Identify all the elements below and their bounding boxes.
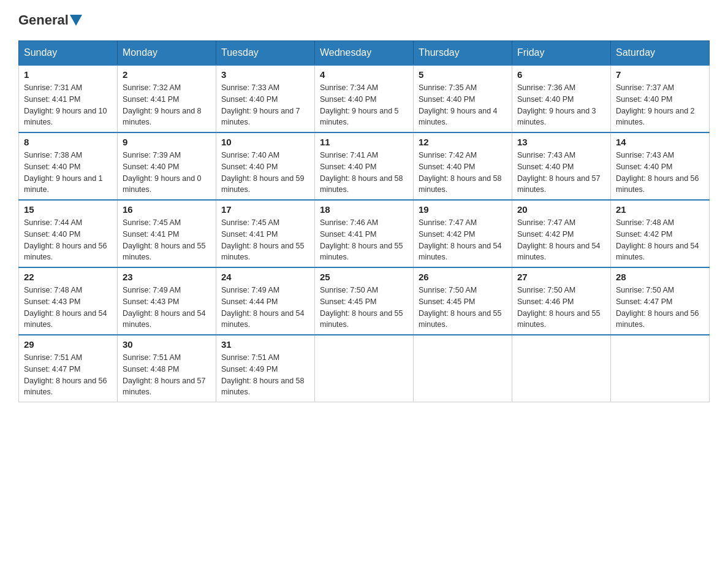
day-number: 31	[221, 339, 309, 350]
day-number: 23	[123, 272, 211, 282]
table-row	[512, 335, 611, 402]
table-row: 25 Sunrise: 7:50 AM Sunset: 4:45 PM Dayl…	[315, 267, 414, 335]
day-info: Sunrise: 7:49 AM Sunset: 4:43 PM Dayligh…	[123, 285, 211, 331]
table-row: 30 Sunrise: 7:51 AM Sunset: 4:48 PM Dayl…	[118, 335, 216, 402]
day-info: Sunrise: 7:43 AM Sunset: 4:40 PM Dayligh…	[517, 150, 605, 196]
table-row: 7 Sunrise: 7:37 AM Sunset: 4:40 PM Dayli…	[611, 65, 710, 132]
day-info: Sunrise: 7:36 AM Sunset: 4:40 PM Dayligh…	[517, 82, 605, 128]
day-number: 28	[616, 272, 704, 282]
day-info: Sunrise: 7:51 AM Sunset: 4:49 PM Dayligh…	[221, 352, 309, 398]
col-thursday: Thursday	[414, 41, 512, 66]
day-info: Sunrise: 7:43 AM Sunset: 4:40 PM Dayligh…	[616, 150, 704, 196]
table-row: 27 Sunrise: 7:50 AM Sunset: 4:46 PM Dayl…	[512, 267, 611, 335]
table-row: 6 Sunrise: 7:36 AM Sunset: 4:40 PM Dayli…	[512, 65, 611, 132]
day-info: Sunrise: 7:47 AM Sunset: 4:42 PM Dayligh…	[517, 217, 605, 263]
day-number: 8	[24, 137, 112, 147]
col-friday: Friday	[512, 41, 611, 66]
day-number: 14	[616, 137, 704, 147]
day-number: 2	[123, 69, 211, 80]
day-number: 20	[517, 204, 605, 215]
table-row: 1 Sunrise: 7:31 AM Sunset: 4:41 PM Dayli…	[19, 65, 118, 132]
calendar-week-row: 22 Sunrise: 7:48 AM Sunset: 4:43 PM Dayl…	[19, 267, 710, 335]
col-saturday: Saturday	[611, 41, 710, 66]
table-row: 11 Sunrise: 7:41 AM Sunset: 4:40 PM Dayl…	[315, 132, 414, 200]
day-info: Sunrise: 7:50 AM Sunset: 4:45 PM Dayligh…	[320, 285, 408, 331]
day-info: Sunrise: 7:49 AM Sunset: 4:44 PM Dayligh…	[221, 285, 309, 331]
day-info: Sunrise: 7:40 AM Sunset: 4:40 PM Dayligh…	[221, 150, 309, 196]
day-info: Sunrise: 7:48 AM Sunset: 4:43 PM Dayligh…	[24, 285, 112, 331]
day-info: Sunrise: 7:51 AM Sunset: 4:47 PM Dayligh…	[24, 352, 112, 398]
day-number: 4	[320, 69, 408, 80]
table-row: 28 Sunrise: 7:50 AM Sunset: 4:47 PM Dayl…	[611, 267, 710, 335]
day-number: 30	[123, 339, 211, 350]
day-number: 21	[616, 204, 704, 215]
day-number: 19	[419, 204, 507, 215]
table-row	[315, 335, 414, 402]
calendar-week-row: 15 Sunrise: 7:44 AM Sunset: 4:40 PM Dayl…	[19, 200, 710, 267]
day-number: 10	[221, 137, 309, 147]
day-number: 3	[221, 69, 309, 80]
table-row: 20 Sunrise: 7:47 AM Sunset: 4:42 PM Dayl…	[512, 200, 611, 267]
calendar-table: Sunday Monday Tuesday Wednesday Thursday…	[18, 40, 710, 402]
day-info: Sunrise: 7:50 AM Sunset: 4:45 PM Dayligh…	[419, 285, 507, 331]
table-row: 15 Sunrise: 7:44 AM Sunset: 4:40 PM Dayl…	[19, 200, 118, 267]
day-number: 17	[221, 204, 309, 215]
table-row: 14 Sunrise: 7:43 AM Sunset: 4:40 PM Dayl…	[611, 132, 710, 200]
day-number: 1	[24, 69, 112, 80]
day-number: 7	[616, 69, 704, 80]
logo-text-general: General	[18, 12, 69, 28]
col-monday: Monday	[118, 41, 216, 66]
day-number: 12	[419, 137, 507, 147]
day-info: Sunrise: 7:31 AM Sunset: 4:41 PM Dayligh…	[24, 82, 112, 128]
day-info: Sunrise: 7:48 AM Sunset: 4:42 PM Dayligh…	[616, 217, 704, 263]
table-row: 13 Sunrise: 7:43 AM Sunset: 4:40 PM Dayl…	[512, 132, 611, 200]
table-row: 31 Sunrise: 7:51 AM Sunset: 4:49 PM Dayl…	[216, 335, 315, 402]
table-row: 8 Sunrise: 7:38 AM Sunset: 4:40 PM Dayli…	[19, 132, 118, 200]
day-number: 9	[123, 137, 211, 147]
logo: General	[18, 12, 82, 28]
table-row: 19 Sunrise: 7:47 AM Sunset: 4:42 PM Dayl…	[414, 200, 512, 267]
page-header: General	[18, 12, 710, 28]
calendar-header-row: Sunday Monday Tuesday Wednesday Thursday…	[19, 41, 710, 66]
table-row: 12 Sunrise: 7:42 AM Sunset: 4:40 PM Dayl…	[414, 132, 512, 200]
day-info: Sunrise: 7:38 AM Sunset: 4:40 PM Dayligh…	[24, 150, 112, 196]
day-number: 11	[320, 137, 408, 147]
day-info: Sunrise: 7:50 AM Sunset: 4:46 PM Dayligh…	[517, 285, 605, 331]
table-row: 22 Sunrise: 7:48 AM Sunset: 4:43 PM Dayl…	[19, 267, 118, 335]
day-info: Sunrise: 7:45 AM Sunset: 4:41 PM Dayligh…	[123, 217, 211, 263]
day-number: 25	[320, 272, 408, 282]
day-info: Sunrise: 7:47 AM Sunset: 4:42 PM Dayligh…	[419, 217, 507, 263]
table-row: 24 Sunrise: 7:49 AM Sunset: 4:44 PM Dayl…	[216, 267, 315, 335]
col-sunday: Sunday	[19, 41, 118, 66]
table-row: 26 Sunrise: 7:50 AM Sunset: 4:45 PM Dayl…	[414, 267, 512, 335]
day-number: 16	[123, 204, 211, 215]
day-info: Sunrise: 7:34 AM Sunset: 4:40 PM Dayligh…	[320, 82, 408, 128]
day-info: Sunrise: 7:45 AM Sunset: 4:41 PM Dayligh…	[221, 217, 309, 263]
day-number: 26	[419, 272, 507, 282]
day-info: Sunrise: 7:37 AM Sunset: 4:40 PM Dayligh…	[616, 82, 704, 128]
table-row: 10 Sunrise: 7:40 AM Sunset: 4:40 PM Dayl…	[216, 132, 315, 200]
day-info: Sunrise: 7:44 AM Sunset: 4:40 PM Dayligh…	[24, 217, 112, 263]
table-row: 9 Sunrise: 7:39 AM Sunset: 4:40 PM Dayli…	[118, 132, 216, 200]
calendar-week-row: 29 Sunrise: 7:51 AM Sunset: 4:47 PM Dayl…	[19, 335, 710, 402]
day-info: Sunrise: 7:39 AM Sunset: 4:40 PM Dayligh…	[123, 150, 211, 196]
table-row: 17 Sunrise: 7:45 AM Sunset: 4:41 PM Dayl…	[216, 200, 315, 267]
table-row: 21 Sunrise: 7:48 AM Sunset: 4:42 PM Dayl…	[611, 200, 710, 267]
table-row: 4 Sunrise: 7:34 AM Sunset: 4:40 PM Dayli…	[315, 65, 414, 132]
day-info: Sunrise: 7:32 AM Sunset: 4:41 PM Dayligh…	[123, 82, 211, 128]
col-tuesday: Tuesday	[216, 41, 315, 66]
day-number: 29	[24, 339, 112, 350]
day-info: Sunrise: 7:33 AM Sunset: 4:40 PM Dayligh…	[221, 82, 309, 128]
table-row: 23 Sunrise: 7:49 AM Sunset: 4:43 PM Dayl…	[118, 267, 216, 335]
table-row: 2 Sunrise: 7:32 AM Sunset: 4:41 PM Dayli…	[118, 65, 216, 132]
table-row: 18 Sunrise: 7:46 AM Sunset: 4:41 PM Dayl…	[315, 200, 414, 267]
day-info: Sunrise: 7:41 AM Sunset: 4:40 PM Dayligh…	[320, 150, 408, 196]
day-number: 15	[24, 204, 112, 215]
day-number: 5	[419, 69, 507, 80]
day-info: Sunrise: 7:42 AM Sunset: 4:40 PM Dayligh…	[419, 150, 507, 196]
table-row: 5 Sunrise: 7:35 AM Sunset: 4:40 PM Dayli…	[414, 65, 512, 132]
day-number: 24	[221, 272, 309, 282]
calendar-week-row: 8 Sunrise: 7:38 AM Sunset: 4:40 PM Dayli…	[19, 132, 710, 200]
calendar-week-row: 1 Sunrise: 7:31 AM Sunset: 4:41 PM Dayli…	[19, 65, 710, 132]
logo-arrow-icon	[70, 15, 82, 27]
